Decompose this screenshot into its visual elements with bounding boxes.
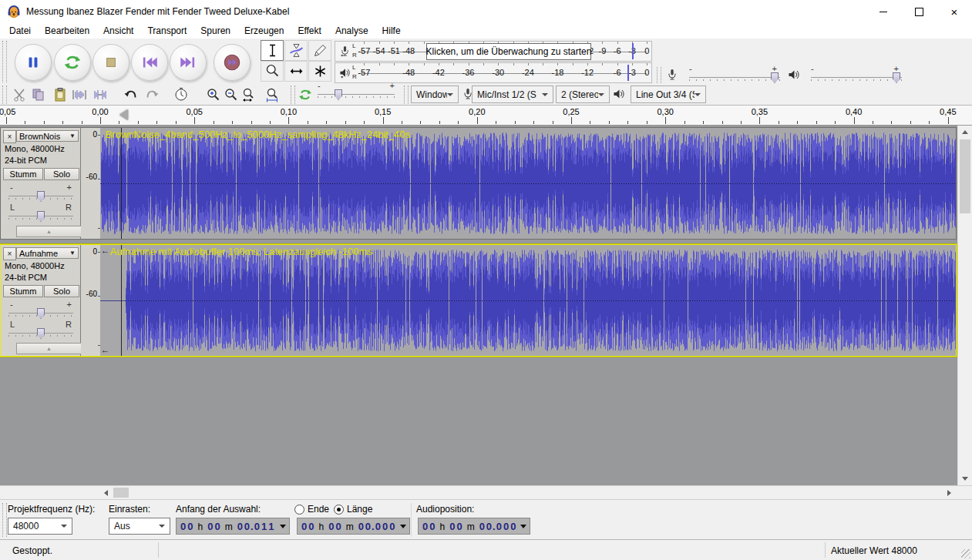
horizontal-scrollbar-thumb[interactable] (113, 488, 129, 498)
audio-position-field[interactable]: 00h00m00.000s (418, 518, 530, 535)
track-title-menu[interactable]: BrownNois ▼ (16, 130, 79, 142)
sync-lock-button[interactable] (172, 86, 190, 104)
stop-button[interactable] (92, 44, 129, 81)
scroll-up-button[interactable] (958, 126, 972, 139)
play-speed-slider[interactable]: - + (318, 89, 395, 101)
envelope-tool-button[interactable] (284, 40, 308, 61)
multi-tool-button[interactable] (308, 61, 331, 82)
recording-volume-slider[interactable]: - + (689, 72, 780, 84)
toolbar-grip[interactable] (2, 86, 7, 104)
skip-to-end-button[interactable] (170, 44, 207, 81)
pan-slider[interactable]: L R (8, 327, 73, 340)
toolbar-grip[interactable] (2, 503, 7, 537)
toolbar-grip[interactable] (2, 41, 7, 82)
snap-to-select[interactable]: Aus (109, 518, 170, 535)
slider-thumb[interactable] (37, 191, 45, 202)
paste-button[interactable] (51, 86, 69, 104)
timeline-cursor-marker[interactable] (119, 109, 128, 120)
menu-item-hilfe[interactable]: Hilfe (375, 25, 408, 36)
minimize-button[interactable] (866, 0, 901, 23)
fit-selection-button[interactable] (239, 86, 257, 104)
menu-item-analyse[interactable]: Analyse (328, 25, 375, 36)
redo-button[interactable] (143, 86, 161, 104)
recording-device-select[interactable]: Mic/Inst 1/2 (S (472, 86, 553, 103)
waveform-area[interactable]: ← ← Aufnahme mit Audiobuffer 100ms, Late… (100, 245, 956, 356)
vertical-scale-ruler[interactable]: 0 -60 (81, 128, 100, 239)
track-close-button[interactable]: × (3, 130, 16, 143)
menu-item-spuren[interactable]: Spuren (193, 25, 237, 36)
track-title-menu[interactable]: Aufnahme ▼ (16, 247, 79, 259)
undo-button[interactable] (122, 86, 140, 104)
project-rate-select[interactable]: 48000 (8, 518, 72, 535)
dropdown-arrow-icon[interactable] (520, 525, 526, 528)
waveform-canvas[interactable] (100, 128, 956, 239)
zoom-in-button[interactable] (204, 86, 223, 104)
horizontal-scrollbar[interactable] (99, 486, 957, 499)
menu-item-effekt[interactable]: Effekt (291, 25, 328, 36)
slider-thumb[interactable] (37, 328, 45, 339)
playback-volume-slider[interactable]: - + (811, 72, 902, 84)
fit-project-button[interactable] (263, 86, 281, 104)
cut-button[interactable] (10, 86, 29, 104)
playback-meter[interactable]: -57-48-42-36-30-24-18-12-6-30LR (335, 62, 652, 83)
trim-audio-button[interactable] (70, 86, 89, 104)
track-collapse-button[interactable]: ▲ (16, 226, 82, 237)
dropdown-arrow-icon[interactable] (400, 525, 406, 528)
track-close-button[interactable]: × (3, 247, 16, 260)
waveform-area[interactable]: BrownNoise_4band_500Hz_to_5000Hz_samplin… (100, 128, 956, 239)
menu-item-ansicht[interactable]: Ansicht (96, 25, 140, 36)
playback-device-select[interactable]: Line Out 3/4 (S (631, 86, 706, 103)
selection-length-field[interactable]: 00h00m00.000s (297, 518, 410, 535)
close-button[interactable]: × (937, 0, 972, 23)
window-resize-grip[interactable] (961, 549, 970, 558)
slider-thumb[interactable] (893, 72, 900, 83)
zoom-tool-button[interactable] (261, 61, 284, 82)
record-button[interactable] (214, 44, 251, 81)
vertical-scale-ruler[interactable]: 0 -60 (81, 245, 100, 356)
selection-start-field[interactable]: 00h00m00.011s (176, 518, 290, 535)
solo-button[interactable]: Solo (44, 285, 79, 297)
audio-host-select[interactable]: Window (411, 86, 459, 103)
selection-tool-button[interactable] (261, 40, 284, 61)
recording-channels-select[interactable]: 2 (Stereo (556, 86, 610, 103)
radio-length[interactable] (334, 505, 344, 515)
track-collapse-button[interactable]: ▲ (16, 343, 82, 354)
vertical-scrollbar[interactable] (957, 126, 972, 485)
dropdown-arrow-icon[interactable] (280, 525, 286, 528)
scroll-down-button[interactable] (958, 472, 972, 485)
toolbar-grip[interactable] (404, 86, 409, 104)
scroll-right-button[interactable] (943, 486, 956, 499)
menu-item-transport[interactable]: Transport (140, 25, 193, 36)
gain-slider[interactable]: - + (8, 190, 73, 203)
timeline-ruler[interactable]: -0,050,000,050,100,150,200,250,300,350,4… (0, 106, 972, 126)
menu-item-erzeugen[interactable]: Erzeugen (237, 25, 291, 36)
slider-thumb[interactable] (771, 72, 779, 83)
maximize-button[interactable] (901, 0, 937, 23)
toolbar-grip[interactable] (291, 86, 295, 104)
slider-thumb[interactable] (37, 308, 45, 319)
slider-thumb[interactable] (335, 89, 342, 100)
copy-button[interactable] (29, 86, 48, 104)
meter-tooltip[interactable]: Klicken, um die Überwachung zu starten (426, 43, 591, 60)
solo-button[interactable]: Solo (44, 168, 79, 180)
play-at-speed-button[interactable] (296, 86, 314, 104)
track-area[interactable]: × BrownNois ▼ Mono, 48000Hz 24-bit PCM S… (0, 126, 957, 485)
scroll-left-button[interactable] (99, 486, 113, 499)
menu-item-datei[interactable]: Datei (2, 25, 38, 36)
pan-slider[interactable]: L R (8, 210, 73, 223)
skip-to-start-button[interactable] (131, 44, 168, 81)
radio-end[interactable] (294, 505, 304, 515)
silence-audio-button[interactable] (91, 86, 109, 104)
draw-tool-button[interactable] (308, 40, 331, 61)
title-bar[interactable]: Messung Ibanez Blazer Fender mit Fender … (0, 0, 972, 23)
waveform-canvas[interactable] (100, 245, 956, 356)
mute-button[interactable]: Stumm (3, 285, 43, 297)
gain-slider[interactable]: - + (8, 307, 73, 320)
mute-button[interactable]: Stumm (3, 168, 43, 180)
vertical-scrollbar-thumb[interactable] (960, 139, 970, 213)
menu-item-bearbeiten[interactable]: Bearbeiten (38, 25, 96, 36)
pause-button[interactable] (15, 44, 52, 81)
zoom-out-button[interactable] (222, 86, 240, 104)
slider-thumb[interactable] (37, 211, 45, 222)
time-shift-tool-button[interactable] (284, 61, 308, 82)
